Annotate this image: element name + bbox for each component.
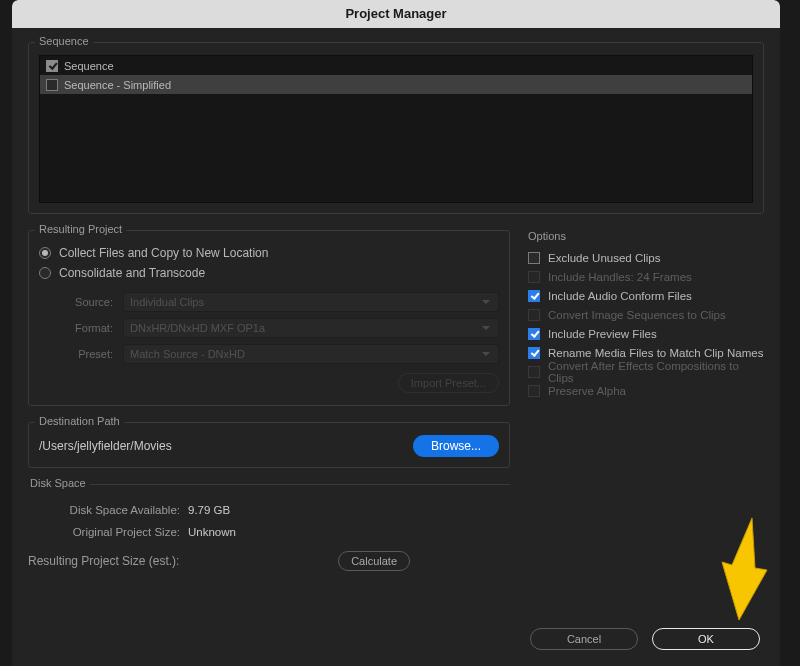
option-label: Convert After Effects Compositions to Cl… [548,360,764,384]
disk-space-available-value: 9.79 GB [188,504,230,516]
radio-collect-files[interactable]: Collect Files and Copy to New Location [39,243,499,263]
resulting-project-size-label: Resulting Project Size (est.): [28,554,179,568]
option-label: Preserve Alpha [548,385,626,397]
option-label: Rename Media Files to Match Clip Names [548,347,763,359]
options-group-label: Options [528,230,764,242]
checkbox-icon [528,309,540,321]
option-conform[interactable]: Include Audio Conform Files [528,286,764,305]
source-label: Source: [59,296,113,308]
sequence-list[interactable]: Sequence Sequence - Simplified [39,55,753,203]
project-manager-dialog: Project Manager Sequence Sequence Sequen… [12,0,780,666]
checkbox-icon[interactable] [528,252,540,264]
options-group: Options Exclude Unused ClipsInclude Hand… [528,230,764,400]
source-row: Source: Individual Clips [59,289,499,315]
sequence-label: Sequence [64,60,114,72]
calculate-button[interactable]: Calculate [338,551,410,571]
cancel-button[interactable]: Cancel [530,628,638,650]
import-preset-button[interactable]: Import Preset... [398,373,499,393]
original-project-size-label: Original Project Size: [28,526,188,538]
disk-space-group: Disk Space Disk Space Available: 9.79 GB… [28,484,510,571]
option-aecomp: Convert After Effects Compositions to Cl… [528,362,764,381]
checkbox-icon[interactable] [528,328,540,340]
checkbox-icon[interactable] [528,290,540,302]
sequence-label: Sequence - Simplified [64,79,171,91]
preset-select[interactable]: Match Source - DNxHD [123,344,499,364]
destination-path-group: Destination Path /Users/jellyfielder/Mov… [28,422,510,468]
ok-button[interactable]: OK [652,628,760,650]
source-select[interactable]: Individual Clips [123,292,499,312]
sequence-group: Sequence Sequence Sequence - Simplified [28,42,764,214]
sequence-group-label: Sequence [35,35,93,47]
radio-icon[interactable] [39,267,51,279]
destination-path-group-label: Destination Path [35,415,124,427]
preset-label: Preset: [59,348,113,360]
option-imgSeq: Convert Image Sequences to Clips [528,305,764,324]
option-handles: Include Handles: 24 Frames [528,267,764,286]
resulting-project-group-label: Resulting Project [35,223,126,235]
option-preview[interactable]: Include Preview Files [528,324,764,343]
option-label: Exclude Unused Clips [548,252,661,264]
sequence-row[interactable]: Sequence [40,56,752,75]
checkbox-icon[interactable] [46,79,58,91]
option-exclude[interactable]: Exclude Unused Clips [528,248,764,267]
sequence-row[interactable]: Sequence - Simplified [40,75,752,94]
option-label: Convert Image Sequences to Clips [548,309,726,321]
option-alpha: Preserve Alpha [528,381,764,400]
format-row: Format: DNxHR/DNxHD MXF OP1a [59,315,499,341]
format-label: Format: [59,322,113,334]
dialog-footer: Cancel OK [530,628,760,650]
radio-consolidate-transcode[interactable]: Consolidate and Transcode [39,263,499,283]
checkbox-icon[interactable] [46,60,58,72]
checkbox-icon [528,271,540,283]
resulting-project-group: Resulting Project Collect Files and Copy… [28,230,510,406]
original-project-size-value: Unknown [188,526,236,538]
format-select[interactable]: DNxHR/DNxHD MXF OP1a [123,318,499,338]
option-label: Include Handles: 24 Frames [548,271,692,283]
browse-button[interactable]: Browse... [413,435,499,457]
option-label: Include Audio Conform Files [548,290,692,302]
checkbox-icon[interactable] [528,347,540,359]
disk-space-available-label: Disk Space Available: [28,504,188,516]
dialog-title: Project Manager [12,0,780,28]
preset-row: Preset: Match Source - DNxHD [59,341,499,367]
radio-label: Consolidate and Transcode [59,266,205,280]
checkbox-icon [528,366,540,378]
option-label: Include Preview Files [548,328,657,340]
checkbox-icon [528,385,540,397]
destination-path-value: /Users/jellyfielder/Movies [39,439,172,453]
disk-space-group-label: Disk Space [26,477,90,489]
radio-icon[interactable] [39,247,51,259]
radio-label: Collect Files and Copy to New Location [59,246,268,260]
